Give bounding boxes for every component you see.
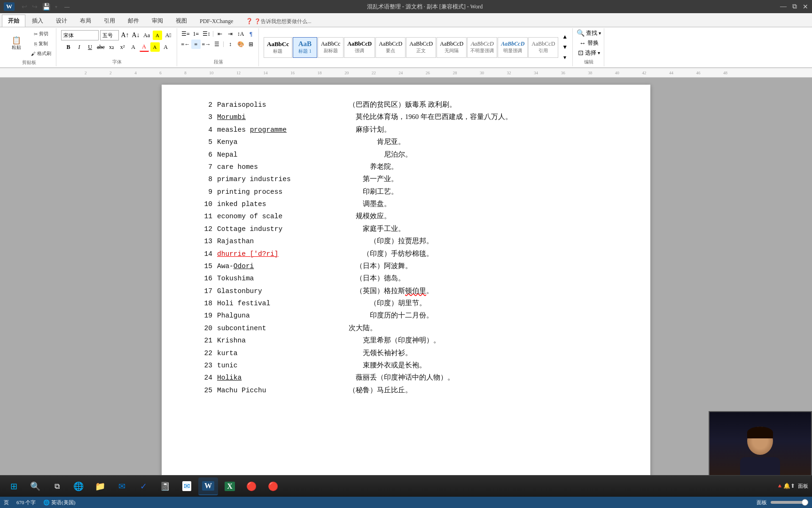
shading-button[interactable]: A — [150, 42, 160, 52]
tab-search[interactable]: ❓ ❓告诉我您想要做什么... — [240, 16, 317, 27]
tab-references[interactable]: 引用 — [98, 15, 121, 27]
row-chinese: （日本）德岛。 — [349, 272, 613, 284]
row-chinese: 印度历的十二月份。 — [349, 310, 613, 321]
font-color-button[interactable]: A — [161, 42, 171, 52]
table-row: 22 kurta 无领长袖衬衫。 — [199, 347, 613, 359]
style-quote[interactable]: AaBbCcD引用 — [528, 37, 558, 58]
language[interactable]: 🌐 英语(美国) — [43, 499, 75, 506]
copy-icon: ⎘ — [34, 41, 37, 47]
tab-home[interactable]: 开始 — [2, 15, 25, 27]
select-label[interactable]: 选择 — [585, 49, 596, 57]
increase-indent-button[interactable]: ⇥ — [226, 29, 235, 39]
tab-design[interactable]: 设计 — [50, 15, 73, 27]
styles-up-button[interactable]: ▲ — [560, 32, 570, 42]
zoom-slider[interactable] — [771, 501, 808, 504]
paste-button[interactable]: 📋 粘贴 — [5, 36, 28, 52]
tab-view[interactable]: 视图 — [170, 15, 193, 27]
undo-button[interactable]: ↩ — [20, 2, 29, 11]
style-intense-em[interactable]: AaBbCcD明显强调 — [498, 37, 528, 58]
tab-insert[interactable]: 插入 — [26, 15, 49, 27]
customize-qa[interactable]: ▾ — [54, 4, 59, 10]
restore-button[interactable]: ⧉ — [792, 3, 797, 11]
sort-button[interactable]: ↕A — [236, 29, 245, 39]
style-heading[interactable]: AaBbCc标题 — [264, 37, 292, 58]
outlook-button[interactable]: ✉ — [177, 477, 196, 495]
text-color-button[interactable]: A — [140, 42, 149, 52]
align-left-button[interactable]: ≡← — [181, 40, 190, 49]
row-chinese: （日本）阿波舞。 — [349, 260, 613, 272]
edge-button[interactable]: 🌐 — [69, 477, 88, 495]
minimize-button[interactable]: — — [780, 3, 787, 11]
tab-layout[interactable]: 布局 — [74, 15, 97, 27]
find-dropdown[interactable]: ▾ — [599, 31, 601, 36]
app1-button[interactable]: 🔴 — [242, 477, 261, 495]
style-subtitle[interactable]: AaBbCc副标题 — [318, 37, 344, 58]
zoom-handle[interactable] — [802, 499, 808, 506]
task-view-button[interactable]: ⧉ — [47, 477, 67, 495]
onenote-button[interactable]: 📓 — [155, 477, 175, 495]
text-effect-button[interactable]: A — [129, 42, 138, 52]
subscript-button[interactable]: x₂ — [107, 42, 117, 52]
bullets-button[interactable]: ☰≡ — [181, 29, 190, 39]
style-heading1[interactable]: AaB标题 1 — [293, 37, 317, 58]
tab-mail[interactable]: 邮件 — [122, 15, 145, 27]
find-label[interactable]: 查找 — [586, 29, 597, 37]
font-name-input[interactable] — [61, 30, 99, 40]
mail-button[interactable]: ✉ — [112, 477, 132, 495]
borders-button[interactable]: ⊞ — [246, 40, 256, 49]
style-key[interactable]: AaBbCcD要点 — [375, 37, 406, 58]
format-painter-button[interactable]: 🖌格式刷 — [29, 49, 53, 58]
row-chinese: 家庭手工业。 — [349, 223, 613, 235]
excel-button[interactable]: X — [220, 477, 240, 495]
underline-button[interactable]: U — [86, 42, 95, 52]
highlight-button[interactable]: A — [153, 31, 162, 40]
align-center-button[interactable]: ≡ — [191, 40, 201, 49]
strikethrough-button[interactable]: abc — [96, 42, 106, 52]
explorer-button[interactable]: 📁 — [90, 477, 110, 495]
copy-button[interactable]: ⎘复制 — [29, 39, 53, 48]
superscript-button[interactable]: x² — [118, 42, 127, 52]
tab-pdfxchange[interactable]: PDF-XChange — [194, 16, 239, 27]
justify-button[interactable]: ☰ — [212, 40, 221, 49]
word-taskbar-button[interactable]: W — [198, 477, 218, 495]
cut-button[interactable]: ✂剪切 — [29, 29, 53, 39]
close-button[interactable]: ✕ — [803, 3, 808, 11]
style-normal[interactable]: AaBbCcD正文 — [406, 37, 436, 58]
windows-start-button[interactable]: ⊞ — [4, 477, 23, 495]
shading-para-button[interactable]: 🎨 — [236, 40, 245, 49]
table-row: 6 Nepal 尼泊尔。 — [199, 149, 613, 161]
tab-review[interactable]: 审阅 — [146, 15, 169, 27]
styles-expand-button[interactable]: ▾ — [560, 53, 570, 63]
align-right-button[interactable]: ≡→ — [202, 40, 211, 49]
redo-button[interactable]: ↪ — [31, 2, 39, 11]
table-row: 13 Rajasthan （印度）拉贾思邦。 — [199, 235, 613, 247]
line-spacing-button[interactable]: ↕ — [226, 40, 235, 49]
style-emphasis[interactable]: AaBbCcD强调 — [344, 37, 375, 58]
multilevel-list-button[interactable]: ☰↕ — [202, 29, 211, 39]
decrease-font-button[interactable]: A↓ — [131, 31, 141, 40]
table-row: 12 Cottage industry 家庭手工业。 — [199, 223, 613, 235]
save-button[interactable]: 💾 — [41, 2, 52, 11]
style-subtle-em[interactable]: AaBbCcD不明显强调 — [467, 37, 497, 58]
document-page[interactable]: 2 Paraisopolis （巴西的贫民区）贩毒系 政利刷。 3 Morumb… — [162, 85, 650, 497]
decrease-indent-button[interactable]: ⇤ — [215, 29, 225, 39]
bold-button[interactable]: B — [64, 42, 73, 52]
styles-down-button[interactable]: ▼ — [560, 43, 570, 52]
font-size-input[interactable] — [100, 30, 119, 40]
question-icon: ❓ — [246, 18, 253, 24]
row-number: 18 — [199, 298, 212, 310]
numbering-button[interactable]: 1≡ — [191, 29, 201, 39]
style-no-spacing[interactable]: AaBbCcD无间隔 — [437, 37, 467, 58]
row-english: Paraisopolis — [217, 99, 349, 111]
search-taskbar-button[interactable]: 🔍 — [25, 477, 45, 495]
replace-label[interactable]: 替换 — [587, 39, 599, 47]
select-dropdown[interactable]: ▾ — [598, 50, 600, 56]
change-case-button[interactable]: Aa — [142, 31, 151, 40]
app2-button[interactable]: 🔴 — [263, 477, 283, 495]
increase-font-button[interactable]: A↑ — [120, 31, 130, 40]
italic-button[interactable]: I — [75, 42, 84, 52]
todo-button[interactable]: ✓ — [133, 477, 153, 495]
clear-format-button[interactable]: A⃝ — [164, 31, 173, 40]
row-english: subcontinent — [217, 323, 349, 334]
show-marks-button[interactable]: ¶ — [246, 29, 256, 39]
